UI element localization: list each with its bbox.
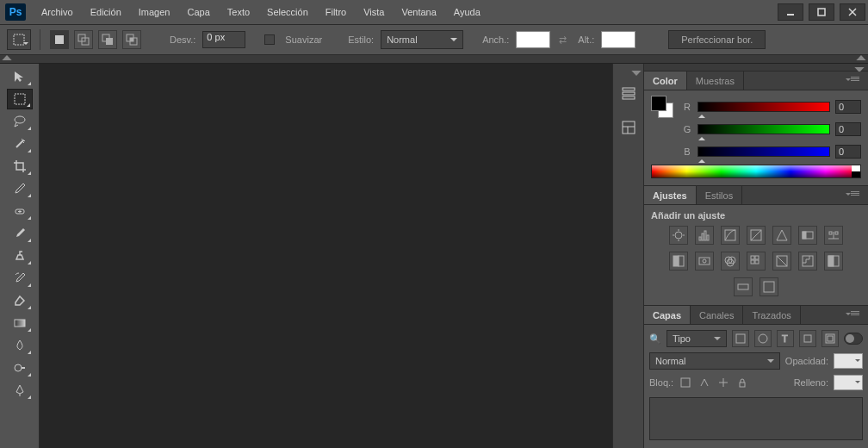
threshold-icon[interactable] (824, 252, 843, 271)
tab-color[interactable]: Color (644, 72, 687, 90)
filter-shape-icon[interactable] (799, 330, 816, 347)
selective-color-icon[interactable] (760, 277, 778, 296)
pen-tool[interactable] (7, 380, 33, 401)
hue-sat-icon[interactable] (798, 226, 817, 245)
style-select[interactable]: Normal (381, 30, 463, 49)
history-brush-tool[interactable] (7, 268, 33, 289)
filter-smart-icon[interactable] (822, 330, 839, 347)
panels-collapse-toggle[interactable] (644, 64, 868, 71)
panel-menu-icon[interactable] (851, 77, 863, 85)
history-panel-icon[interactable] (617, 81, 641, 105)
antialias-checkbox[interactable] (264, 34, 275, 45)
blur-tool[interactable] (7, 335, 33, 356)
channel-mixer-icon[interactable] (721, 252, 740, 271)
width-label: Anch.: (482, 34, 509, 45)
panel-menu-icon[interactable] (851, 311, 863, 320)
r-slider[interactable] (698, 102, 830, 112)
magic-wand-tool[interactable] (7, 134, 33, 154)
photo-filter-icon[interactable] (695, 252, 714, 271)
lasso-tool[interactable] (7, 111, 33, 132)
svg-rect-66 (804, 335, 811, 342)
svg-rect-9 (106, 38, 113, 45)
filter-adjustment-icon[interactable] (754, 330, 772, 347)
swap-dimensions-icon[interactable]: ⇄ (554, 31, 571, 48)
exposure-icon[interactable] (747, 226, 766, 245)
r-value[interactable]: 0 (835, 100, 861, 114)
height-input[interactable] (601, 31, 636, 48)
bw-icon[interactable] (669, 252, 688, 271)
tab-adjustments[interactable]: Ajustes (644, 186, 697, 204)
color-balance-icon[interactable] (824, 226, 843, 245)
vibrance-icon[interactable] (772, 226, 791, 245)
lock-all-icon[interactable] (735, 376, 749, 389)
filter-type-select[interactable]: Tipo (666, 330, 727, 347)
refine-edge-button[interactable]: Perfeccionar bor. (668, 30, 766, 49)
foreground-swatch[interactable] (651, 96, 666, 111)
current-tool-preset[interactable] (7, 29, 31, 50)
opacity-value[interactable] (834, 353, 863, 369)
color-lookup-icon[interactable] (747, 252, 766, 271)
brightness-contrast-icon[interactable] (669, 226, 688, 245)
canvas-area[interactable] (40, 64, 613, 448)
properties-panel-icon[interactable] (617, 115, 641, 140)
menu-imagen[interactable]: Imagen (130, 0, 179, 24)
menu-seleccion[interactable]: Selección (258, 0, 317, 24)
levels-icon[interactable] (695, 226, 714, 245)
posterize-icon[interactable] (798, 252, 817, 271)
move-tool[interactable] (7, 66, 33, 87)
gradient-map-icon[interactable] (734, 277, 753, 296)
filter-pixel-icon[interactable] (732, 330, 749, 347)
color-swatches[interactable] (651, 96, 673, 118)
crop-tool[interactable] (7, 156, 33, 177)
selection-intersect-button[interactable] (122, 30, 141, 49)
feather-input[interactable]: 0 px (202, 31, 245, 48)
blend-mode-select[interactable]: Normal (649, 352, 780, 370)
filter-toggle[interactable] (844, 333, 863, 345)
selection-new-button[interactable] (50, 30, 69, 49)
brush-tool[interactable] (7, 223, 33, 244)
b-slider[interactable] (698, 146, 830, 157)
eyedropper-tool[interactable] (7, 178, 33, 199)
marquee-tool[interactable] (7, 89, 33, 109)
svg-rect-26 (623, 121, 635, 134)
g-slider[interactable] (698, 124, 830, 134)
tab-channels[interactable]: Canales (691, 306, 743, 324)
dock-toggle[interactable] (613, 67, 643, 76)
tab-swatches[interactable]: Muestras (687, 72, 744, 90)
menu-capa[interactable]: Capa (178, 0, 218, 24)
eraser-tool[interactable] (7, 290, 33, 311)
tab-paths[interactable]: Trazados (743, 306, 800, 324)
clone-stamp-tool[interactable] (7, 246, 33, 266)
filter-type-icon[interactable]: T (777, 330, 794, 347)
menu-texto[interactable]: Texto (219, 0, 258, 24)
lock-position-icon[interactable] (716, 376, 730, 389)
menu-filtro[interactable]: Filtro (317, 0, 355, 24)
menu-edicion[interactable]: Edición (82, 0, 130, 24)
color-spectrum[interactable] (651, 165, 861, 178)
invert-icon[interactable] (772, 252, 791, 271)
g-value[interactable]: 0 (835, 122, 861, 136)
healing-brush-tool[interactable] (7, 201, 33, 221)
selection-subtract-button[interactable] (98, 30, 117, 49)
lock-pixels-icon[interactable] (698, 376, 711, 389)
tab-layers[interactable]: Capas (644, 306, 691, 324)
width-input[interactable] (516, 31, 550, 48)
layers-list[interactable] (649, 397, 863, 440)
b-value[interactable]: 0 (835, 145, 861, 159)
menu-archivo[interactable]: Archivo (33, 0, 82, 24)
minimize-button[interactable] (778, 3, 803, 21)
selection-add-button[interactable] (74, 30, 93, 49)
tab-styles[interactable]: Estilos (697, 186, 742, 204)
menu-vista[interactable]: Vista (355, 0, 393, 24)
dodge-tool[interactable] (7, 358, 33, 378)
menu-ventana[interactable]: Ventana (393, 0, 444, 24)
fill-value[interactable] (834, 375, 863, 390)
panel-menu-icon[interactable] (851, 191, 863, 200)
gradient-tool[interactable] (7, 313, 33, 333)
curves-icon[interactable] (721, 226, 740, 245)
menu-ayuda[interactable]: Ayuda (445, 0, 489, 24)
close-button[interactable] (840, 3, 865, 21)
expand-left-icon[interactable] (2, 55, 11, 65)
lock-transparent-icon[interactable] (679, 376, 692, 389)
maximize-button[interactable] (809, 3, 834, 21)
